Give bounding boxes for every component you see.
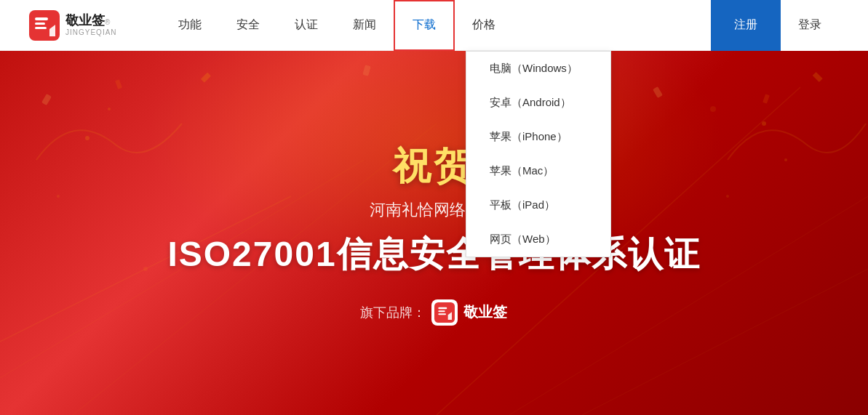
svg-rect-1 [35, 17, 48, 20]
nav-item-security[interactable]: 安全 [219, 0, 277, 51]
svg-point-11 [108, 108, 111, 110]
hero-brand-label: 旗下品牌： [360, 304, 426, 321]
logo[interactable]: 敬业签® JINGYEQIAN [29, 10, 117, 41]
logo-text: 敬业签® JINGYEQIAN [65, 14, 117, 36]
dropdown-item-android[interactable]: 安卓（Android） [466, 86, 610, 120]
svg-point-10 [85, 136, 89, 140]
dropdown-item-mac[interactable]: 苹果（Mac） [466, 154, 610, 188]
hero-brand: 旗下品牌： 敬业签 [167, 299, 700, 326]
svg-rect-28 [439, 313, 447, 315]
hero-brand-logo-icon [431, 299, 458, 326]
svg-rect-22 [763, 94, 770, 103]
logo-cn-name: 敬业签 [65, 13, 105, 28]
svg-rect-21 [653, 86, 663, 98]
svg-rect-27 [439, 310, 445, 312]
svg-point-15 [726, 195, 729, 198]
svg-rect-24 [362, 65, 370, 76]
svg-point-17 [143, 267, 148, 271]
nav-item-news[interactable]: 新闻 [335, 0, 394, 51]
download-dropdown: 电脑（Windows） 安卓（Android） 苹果（iPhone） 苹果（Ma… [466, 51, 611, 257]
svg-rect-26 [439, 307, 447, 309]
svg-rect-19 [115, 79, 122, 89]
dropdown-item-ipad[interactable]: 平板（iPad） [466, 188, 610, 222]
logo-icon [29, 10, 60, 41]
svg-rect-18 [41, 94, 52, 105]
svg-rect-2 [35, 23, 45, 25]
nav-item-price[interactable]: 价格 [455, 0, 513, 51]
nav-item-auth[interactable]: 认证 [277, 0, 335, 51]
svg-rect-3 [35, 27, 47, 29]
svg-point-13 [762, 121, 766, 126]
nav-item-download[interactable]: 下载 [394, 0, 455, 51]
dropdown-item-iphone[interactable]: 苹果（iPhone） [466, 120, 610, 154]
dropdown-item-windows[interactable]: 电脑（Windows） [466, 52, 610, 86]
header: 敬业签® JINGYEQIAN 功能 安全 认证 新闻 下载 价格 注册 登录 [0, 0, 868, 51]
register-button[interactable]: 注册 [711, 0, 781, 51]
nav-item-function[interactable]: 功能 [161, 0, 219, 51]
logo-reg-symbol: ® [105, 18, 110, 26]
dropdown-item-web[interactable]: 网页（Web） [466, 222, 610, 257]
hero-content: 祝贺 河南礼恰网络科技 ISO27001信息安全管理体系认证 旗下品牌： 敬业签 [167, 141, 700, 326]
svg-rect-20 [201, 73, 211, 83]
svg-point-16 [710, 106, 716, 112]
hero-brand-name: 敬业签 [463, 302, 507, 322]
svg-point-12 [57, 195, 60, 198]
svg-point-14 [784, 158, 787, 161]
header-actions: 注册 登录 [711, 0, 839, 51]
hero-subtitle: 河南礼恰网络科技 [167, 199, 700, 221]
hero-main-title: ISO27001信息安全管理体系认证 [167, 231, 700, 278]
main-nav: 功能 安全 认证 新闻 下载 价格 [161, 0, 711, 51]
svg-rect-23 [813, 72, 823, 82]
logo-en-name: JINGYEQIAN [65, 28, 117, 36]
hero-section: 祝贺 河南礼恰网络科技 ISO27001信息安全管理体系认证 旗下品牌： 敬业签 [0, 51, 868, 415]
hero-top-text: 祝贺 [167, 141, 700, 192]
login-button[interactable]: 登录 [781, 0, 839, 51]
